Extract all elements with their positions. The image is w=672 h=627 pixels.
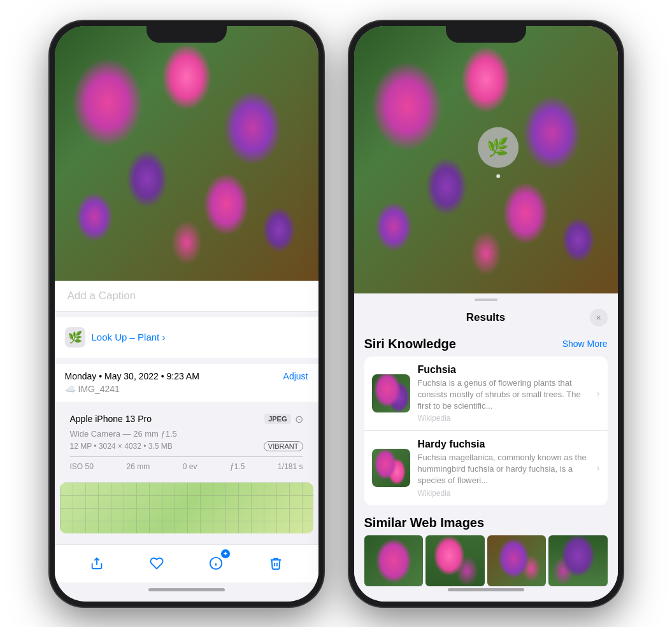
siri-dot [496,174,500,178]
close-button[interactable]: × [590,309,608,327]
filename-row: ☁️ IMG_4241 [65,384,308,394]
share-button[interactable] [83,549,111,577]
photo-area[interactable] [55,26,318,281]
lookup-subject: Plant [138,332,159,342]
similar-image-2[interactable] [425,535,485,586]
caption-placeholder[interactable]: Add a Caption [68,290,136,302]
delete-button[interactable] [262,549,290,577]
home-indicator [148,588,225,591]
map-area[interactable] [60,483,313,533]
info-button[interactable]: ✦ [202,549,230,577]
siri-knowledge-title: Siri Knowledge [364,337,456,351]
lookup-icon: 🌿 [65,327,85,348]
hardy-thumbnail [372,449,410,487]
exif-row: ISO 50 26 mm 0 ev ƒ1.5 1/181 s [70,456,303,471]
siri-knowledge-header: Siri Knowledge Show More [364,337,608,351]
favorite-button[interactable] [143,549,171,577]
resolution-info: 12 MP • 3024 × 4032 • 3.5 MB [70,442,173,451]
flower-photo [55,26,318,281]
hardy-name: Hardy fuchsia [418,439,589,450]
vibrant-badge: VIBRANT [264,441,303,451]
fuchsia-item[interactable]: Fuchsia Fuchsia is a genus of flowering … [364,356,608,432]
hardy-fuchsia-item[interactable]: Hardy fuchsia Fuchsia magellanica, commo… [364,431,608,505]
iso-value: ISO 50 [70,462,94,471]
fuchsia-thumbnail [372,374,410,412]
knowledge-card: Fuchsia Fuchsia is a genus of flowering … [364,356,608,505]
results-content: Siri Knowledge Show More Fuchsia Fuchsia… [354,337,618,586]
results-panel: Results × Siri Knowledge Show More [354,293,618,602]
hardy-text: Hardy fuchsia Fuchsia magellanica, commo… [418,439,589,498]
mp-row: 12 MP • 3024 × 4032 • 3.5 MB VIBRANT [70,441,303,451]
camera-info: Wide Camera — 26 mm ƒ1.5 [70,429,303,439]
lookup-label: Look Up – Plant › [92,332,166,342]
results-header: Results × [354,301,618,332]
bottom-toolbar: ✦ [55,544,318,582]
similar-images-header: Similar Web Images [364,516,608,530]
show-more-button[interactable]: Show More [562,339,608,349]
lookup-row[interactable]: 🌿 Look Up – Plant › [65,325,308,350]
aperture-value: ƒ1.5 [230,462,245,471]
lookup-text: Look Up – [92,332,135,342]
ev-value: 0 ev [183,462,197,471]
focal-value: 26 mm [126,462,150,471]
hardy-description: Fuchsia magellanica, commonly known as t… [418,452,589,487]
date-row: Monday • May 30, 2022 • 9:23 AM Adjust [65,371,308,381]
similar-images-section: Similar Web Images [364,516,608,586]
filename: IMG_4241 [78,384,120,394]
fuchsia-name: Fuchsia [418,364,589,376]
fuchsia-text: Fuchsia Fuchsia is a genus of flowering … [418,364,589,423]
notch [147,21,227,43]
notch [446,21,526,43]
device-name-row: Apple iPhone 13 Pro JPEG ⊙ [70,413,303,425]
photo-area-right[interactable]: 🌿 [354,26,618,293]
info-badge: ✦ [221,549,230,558]
similar-images-grid [364,535,608,586]
right-screen: 🌿 Results × Siri Knowledge Show More [354,26,618,602]
caption-area[interactable]: Add a Caption [55,281,318,312]
left-screen: Add a Caption 🌿 Look Up – Plant › Monday… [55,26,318,602]
hardy-source: Wikipedia [418,489,589,498]
home-indicator [448,588,524,591]
lookup-chevron-icon: › [162,332,165,342]
right-phone: 🌿 Results × Siri Knowledge Show More [349,21,623,607]
leaf-icon: 🌿 [487,137,509,158]
shutter-value: 1/181 s [278,462,303,471]
meta-section: Monday • May 30, 2022 • 9:23 AM Adjust ☁… [55,363,318,402]
similar-image-3[interactable] [487,535,547,586]
lookup-section: 🌿 Look Up – Plant › [55,317,318,358]
map-grid [60,483,313,533]
photo-date: Monday • May 30, 2022 • 9:23 AM [65,371,199,381]
hardy-thumb-image [372,449,410,487]
fuchsia-source: Wikipedia [418,414,589,423]
results-title: Results [382,311,590,324]
siri-visual-search-button[interactable]: 🌿 [478,127,518,167]
similar-image-4[interactable] [548,535,608,586]
settings-icon: ⊙ [295,413,303,425]
jpeg-badge: JPEG [264,414,290,424]
adjust-button[interactable]: Adjust [283,371,308,381]
chevron-right-icon: › [597,388,600,398]
chevron-right-icon-2: › [597,463,600,473]
cloud-icon: ☁️ [65,384,76,394]
device-section: Apple iPhone 13 Pro JPEG ⊙ Wide Camera —… [60,407,313,477]
fuchsia-thumb-image [372,374,410,412]
close-icon: × [596,313,601,323]
device-name: Apple iPhone 13 Pro [70,414,152,424]
fuchsia-description: Fuchsia is a genus of flowering plants t… [418,377,589,412]
left-phone: Add a Caption 🌿 Look Up – Plant › Monday… [50,21,324,607]
similar-image-1[interactable] [364,535,424,586]
similar-images-title: Similar Web Images [364,516,485,530]
